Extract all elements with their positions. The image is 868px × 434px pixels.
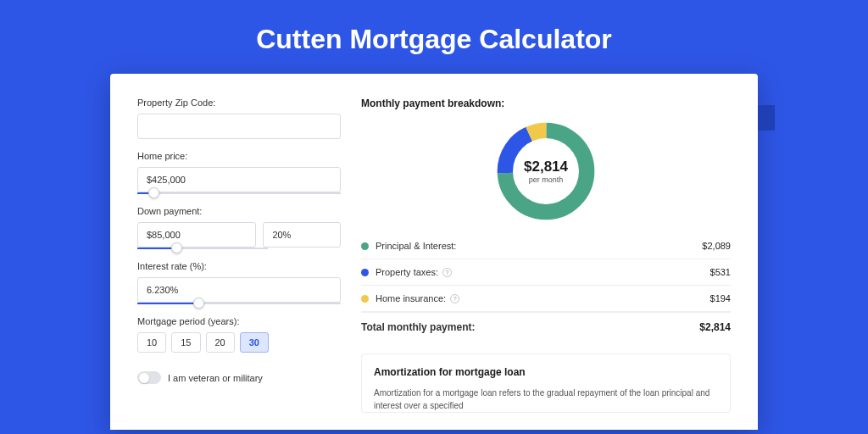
zip-label: Property Zip Code: (137, 97, 341, 108)
page-title: Cutten Mortgage Calculator (0, 0, 868, 74)
legend-label-principal: Principal & Interest: (376, 241, 702, 251)
zip-input[interactable] (137, 114, 341, 139)
amortization-title: Amortization for mortgage loan (374, 366, 718, 378)
veteran-toggle[interactable] (137, 371, 161, 384)
total-row: Total monthly payment: $2,814 (361, 312, 731, 345)
period-btn-15[interactable]: 15 (171, 332, 200, 353)
card-shadow (758, 105, 775, 131)
interest-rate-label: Interest rate (%): (137, 261, 341, 271)
breakdown-title: Monthly payment breakdown: (361, 97, 731, 109)
donut-sub: per month (529, 175, 564, 184)
legend-row-principal: Principal & Interest: $2,089 (361, 233, 731, 259)
veteran-row: I am veteran or military (137, 371, 341, 384)
home-price-label: Home price: (137, 151, 341, 161)
amortization-box: Amortization for mortgage loan Amortizat… (361, 353, 731, 413)
period-btn-20[interactable]: 20 (206, 332, 235, 353)
down-payment-label: Down payment: (137, 206, 341, 216)
donut-amount: $2,814 (524, 159, 568, 175)
down-payment-input[interactable] (137, 222, 256, 248)
total-label: Total monthly payment: (361, 321, 699, 333)
breakdown-panel: Monthly payment breakdown: $2,814 per mo… (361, 97, 731, 430)
interest-rate-slider-thumb[interactable] (193, 298, 204, 309)
legend-text-principal: Principal & Interest: (376, 241, 456, 251)
down-payment-slider-thumb[interactable] (171, 242, 182, 253)
donut-chart-wrap: $2,814 per month (361, 121, 731, 221)
amortization-text: Amortization for a mortgage loan refers … (374, 387, 718, 412)
mortgage-period-group: 10 15 20 30 (137, 332, 341, 353)
home-price-input[interactable] (137, 167, 341, 192)
down-payment-pct-input[interactable] (263, 222, 341, 248)
info-icon[interactable]: ? (450, 294, 459, 303)
home-price-slider[interactable] (137, 192, 341, 194)
period-btn-10[interactable]: 10 (137, 332, 166, 353)
period-btn-30[interactable]: 30 (240, 332, 269, 353)
interest-rate-slider[interactable] (137, 303, 341, 304)
mortgage-period-label: Mortgage period (years): (137, 316, 341, 326)
legend-value-principal: $2,089 (702, 241, 731, 251)
legend-label-insurance: Home insurance: ? (376, 293, 710, 303)
donut-chart: $2,814 per month (496, 121, 596, 221)
legend-value-insurance: $194 (710, 293, 731, 303)
donut-center: $2,814 per month (513, 138, 579, 204)
calculator-form: Property Zip Code: Home price: Down paym… (137, 97, 341, 430)
legend-label-taxes: Property taxes: ? (376, 267, 710, 277)
legend-text-taxes: Property taxes: (376, 267, 438, 277)
interest-rate-slider-fill (137, 303, 198, 304)
veteran-label: I am veteran or military (168, 373, 263, 383)
legend-row-insurance: Home insurance: ? $194 (361, 286, 731, 312)
total-value: $2,814 (699, 321, 731, 333)
interest-rate-input[interactable] (137, 277, 341, 303)
legend-dot-insurance (361, 295, 369, 303)
legend-dot-principal (361, 242, 369, 250)
legend-value-taxes: $531 (710, 267, 731, 277)
legend-dot-taxes (361, 269, 369, 276)
home-price-slider-thumb[interactable] (148, 187, 159, 198)
down-payment-slider[interactable] (137, 248, 268, 249)
calculator-card: Property Zip Code: Home price: Down paym… (110, 74, 758, 430)
info-icon[interactable]: ? (442, 268, 452, 277)
legend-text-insurance: Home insurance: (376, 293, 446, 303)
legend-row-taxes: Property taxes: ? $531 (361, 259, 731, 286)
